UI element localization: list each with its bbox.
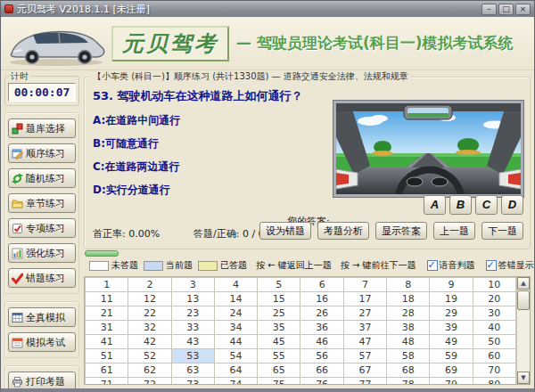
question-cell-80[interactable]: 80 [473, 378, 515, 386]
show-correct-on-wrong-option[interactable]: 答错显示正确答案 [486, 259, 535, 272]
question-cell-49[interactable]: 49 [430, 335, 473, 349]
question-cell-30[interactable]: 30 [473, 306, 515, 321]
question-cell-67[interactable]: 67 [343, 363, 386, 378]
question-cell-23[interactable]: 23 [171, 306, 214, 321]
question-cell-47[interactable]: 47 [343, 335, 386, 349]
mock-exam-button[interactable]: 模拟考试 [8, 332, 76, 352]
question-cell-15[interactable]: 15 [258, 292, 300, 306]
maximize-button[interactable]: □ [498, 4, 514, 15]
question-cell-26[interactable]: 26 [300, 306, 343, 321]
question-cell-37[interactable]: 37 [343, 321, 386, 335]
question-cell-36[interactable]: 36 [300, 321, 343, 335]
question-cell-11[interactable]: 11 [86, 292, 128, 306]
question-bank-button[interactable]: 题库选择 [8, 118, 76, 138]
question-cell-69[interactable]: 69 [430, 363, 473, 378]
print-button[interactable]: 打印考题 [8, 372, 76, 391]
question-cell-33[interactable]: 33 [171, 321, 214, 335]
question-cell-57[interactable]: 57 [343, 349, 386, 363]
question-cell-7[interactable]: 7 [343, 278, 386, 292]
question-cell-50[interactable]: 50 [473, 335, 515, 349]
answer-d-button[interactable]: D [501, 195, 523, 215]
question-cell-76[interactable]: 76 [300, 378, 343, 386]
question-cell-28[interactable]: 28 [387, 306, 430, 321]
question-cell-38[interactable]: 38 [387, 321, 430, 335]
question-cell-60[interactable]: 60 [473, 349, 515, 363]
question-cell-9[interactable]: 9 [430, 278, 473, 292]
question-cell-73[interactable]: 73 [171, 378, 214, 386]
question-cell-42[interactable]: 42 [128, 335, 171, 349]
show-answer-button[interactable]: 显示答案 [375, 222, 427, 240]
question-cell-12[interactable]: 12 [128, 292, 171, 306]
question-cell-46[interactable]: 46 [300, 335, 343, 349]
question-cell-21[interactable]: 21 [86, 306, 128, 321]
question-cell-43[interactable]: 43 [171, 335, 214, 349]
random-practice-button[interactable]: 随机练习 [8, 168, 76, 188]
option-a[interactable]: A:在道路中间通行 [93, 113, 180, 128]
close-button[interactable]: × [515, 4, 531, 15]
question-cell-22[interactable]: 22 [128, 306, 171, 321]
question-cell-62[interactable]: 62 [128, 363, 171, 378]
question-cell-27[interactable]: 27 [343, 306, 386, 321]
question-cell-63[interactable]: 63 [171, 363, 214, 378]
scroll-up-icon[interactable]: ▲ [517, 277, 530, 290]
question-cell-78[interactable]: 78 [387, 378, 430, 386]
chapter-practice-button[interactable]: 章节练习 [8, 193, 76, 213]
grid-scrollbar[interactable]: ▲ ▼ [516, 277, 530, 384]
question-cell-64[interactable]: 64 [214, 363, 257, 378]
question-cell-32[interactable]: 32 [128, 321, 171, 335]
question-cell-79[interactable]: 79 [430, 378, 473, 386]
question-cell-34[interactable]: 34 [214, 321, 257, 335]
question-cell-8[interactable]: 8 [387, 278, 430, 292]
question-cell-72[interactable]: 72 [128, 378, 171, 386]
question-cell-35[interactable]: 35 [258, 321, 300, 335]
voice-judge-checkbox[interactable] [427, 260, 438, 271]
scroll-thumb[interactable] [517, 290, 530, 310]
question-cell-68[interactable]: 68 [387, 363, 430, 378]
question-cell-56[interactable]: 56 [300, 349, 343, 363]
question-cell-17[interactable]: 17 [343, 292, 386, 306]
full-simulation-button[interactable]: 全真模拟 [8, 307, 76, 327]
question-cell-53[interactable]: 53 [171, 349, 214, 363]
minimize-button[interactable]: – [482, 4, 497, 15]
voice-judge-option[interactable]: 语音判题 [427, 259, 475, 272]
question-cell-77[interactable]: 77 [343, 378, 386, 386]
wrong-question-button[interactable]: 错题练习 [8, 268, 76, 288]
question-cell-44[interactable]: 44 [214, 335, 257, 349]
question-cell-75[interactable]: 75 [258, 378, 300, 386]
question-cell-59[interactable]: 59 [430, 349, 473, 363]
question-cell-18[interactable]: 18 [387, 292, 430, 306]
question-cell-10[interactable]: 10 [473, 278, 515, 292]
question-cell-58[interactable]: 58 [387, 349, 430, 363]
question-cell-3[interactable]: 3 [171, 278, 214, 292]
previous-question-button[interactable]: 上一题 [433, 222, 475, 240]
show-correct-checkbox[interactable] [486, 260, 497, 271]
next-question-button[interactable]: 下一题 [482, 222, 523, 240]
analysis-button[interactable]: 考题分析 [317, 222, 369, 240]
question-cell-1[interactable]: 1 [86, 278, 128, 292]
answer-a-button[interactable]: A [424, 195, 446, 215]
question-cell-52[interactable]: 52 [128, 349, 171, 363]
question-cell-13[interactable]: 13 [171, 292, 214, 306]
question-cell-39[interactable]: 39 [430, 321, 473, 335]
question-cell-54[interactable]: 54 [214, 349, 257, 363]
question-cell-66[interactable]: 66 [300, 363, 343, 378]
question-cell-48[interactable]: 48 [387, 335, 430, 349]
question-cell-25[interactable]: 25 [258, 306, 300, 321]
option-c[interactable]: C:在道路两边通行 [93, 159, 180, 175]
question-cell-51[interactable]: 51 [86, 349, 128, 363]
question-cell-61[interactable]: 61 [86, 363, 128, 378]
option-d[interactable]: D:实行分道通行 [93, 183, 170, 198]
question-cell-41[interactable]: 41 [86, 335, 128, 349]
question-cell-45[interactable]: 45 [258, 335, 300, 349]
question-cell-19[interactable]: 19 [430, 292, 473, 306]
answer-b-button[interactable]: B [449, 195, 472, 215]
question-cell-29[interactable]: 29 [430, 306, 473, 321]
question-cell-24[interactable]: 24 [214, 306, 257, 321]
question-cell-5[interactable]: 5 [258, 278, 300, 292]
question-cell-55[interactable]: 55 [258, 349, 300, 363]
question-cell-71[interactable]: 71 [86, 378, 128, 386]
mark-wrong-button[interactable]: 设为错题 [259, 222, 311, 240]
scroll-down-icon[interactable]: ▼ [517, 372, 530, 384]
question-cell-20[interactable]: 20 [473, 292, 515, 306]
question-cell-2[interactable]: 2 [128, 278, 171, 292]
